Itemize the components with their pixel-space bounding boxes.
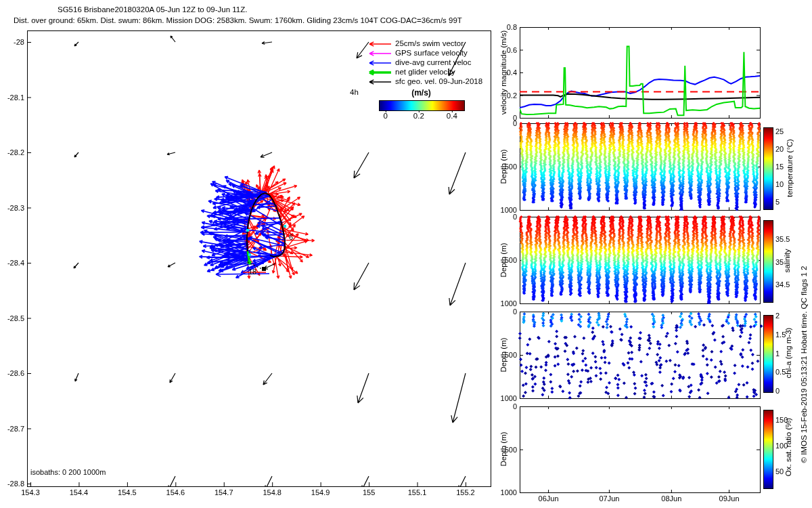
depth-tick-label: 1000 (494, 488, 517, 496)
map-x-tick-label: 154.3 (18, 488, 43, 496)
depth-tick-label: 500 (494, 163, 517, 171)
colorbar-tick-label: 2 (775, 312, 803, 320)
colorbar-tick-label: 20 (775, 145, 803, 153)
map-x-tick-label: 155.1 (405, 488, 430, 496)
map-y-tick-label: -28.1 (0, 93, 24, 102)
map-y-tick-label: -28.7 (0, 425, 24, 433)
legend-colorbar-tick-label: 0.2 (409, 112, 429, 120)
legend-item-2: GPS surface velocity (395, 49, 468, 57)
map-y-tick-label: -28.2 (0, 148, 24, 156)
depth-tick-label: 500 (494, 446, 517, 454)
depth-tick-label: 0 (494, 119, 517, 127)
legend-time-scale-label: 4h (350, 88, 359, 96)
plot-canvas (0, 0, 812, 508)
depth-tick-label: 1000 (494, 394, 517, 402)
depth-tick-label: 500 (494, 256, 517, 264)
depth-tick-label: 500 (494, 351, 517, 359)
legend-colorbar-title: (m/s) (379, 88, 464, 98)
velocity-y-tick-label: 0.2 (498, 91, 517, 100)
legend-item-1: 25cm/s swim vector (395, 39, 464, 47)
map-x-tick-label: 154.6 (163, 488, 187, 496)
chl-colorbar (763, 315, 773, 393)
legend-colorbar-tick-label: 0.4 (442, 112, 462, 120)
figure-title: SG516 Brisbane20180320A 05-Jun 12Z to 09… (58, 5, 247, 14)
colorbar-tick-label: 0.5 (775, 368, 803, 376)
map-x-tick-label: 154.5 (115, 488, 139, 496)
map-x-tick-label: 154.7 (212, 488, 236, 496)
legend-item-4: net glider velocity (395, 68, 455, 76)
velocity-y-tick-label: 0.8 (498, 23, 517, 31)
figure-root: SG516 Brisbane20180320A 05-Jun 12Z to 09… (0, 0, 812, 508)
velocity-y-tick-label: 0.6 (498, 46, 517, 54)
swim-speed-colorbar (379, 100, 465, 111)
colorbar-tick-label: 10 (775, 180, 803, 188)
map-y-tick-label: -28.5 (0, 314, 24, 322)
legend-item-3: dive-avg current veloc (395, 58, 472, 66)
map-dive-number-label: 6 (289, 233, 293, 241)
isobaths-label: isobaths: 0 200 1000m (30, 468, 106, 476)
map-dive-number-label: 18 (248, 268, 256, 276)
depth-tick-label: 0 (494, 213, 517, 221)
map-x-tick-label: 154.4 (66, 488, 91, 496)
legend-item-5: sfc geo. vel. 09-Jun-2018 (395, 77, 482, 85)
depth-tick-label: 1000 (494, 299, 517, 308)
map-y-tick-label: -28.8 (0, 480, 24, 488)
salinity-colorbar (763, 220, 773, 303)
colorbar-tick-label: 35.5 (775, 235, 803, 243)
velocity-y-tick-label: 0.4 (498, 68, 517, 77)
colorbar-tick-label: 15 (775, 163, 803, 171)
depth-tick-label: 0 (494, 308, 517, 316)
map-x-tick-label: 155.2 (453, 488, 478, 496)
colorbar-tick-label: 0 (775, 387, 803, 395)
temperature-colorbar (763, 127, 773, 210)
map-y-tick-label: -28.4 (0, 259, 24, 267)
map-x-tick-label: 154.8 (260, 488, 284, 496)
map-y-tick-label: -28 (0, 38, 24, 46)
colorbar-tick-label: 1.5 (775, 331, 803, 339)
date-tick-label: 08Jun (654, 494, 688, 503)
map-y-tick-label: -28.6 (0, 369, 24, 377)
map-y-tick-label: -28.3 (0, 204, 24, 212)
colorbar-tick-label: 50 (775, 467, 803, 475)
colorbar-tick-label: 150 (775, 416, 803, 424)
map-x-tick-label: 154.9 (309, 488, 333, 496)
colorbar-tick-label: 5 (775, 198, 803, 206)
colorbar-tick-label: 25 (775, 127, 803, 135)
date-tick-label: 07Jun (592, 494, 626, 503)
colorbar-tick-label: 100 (775, 442, 803, 450)
colorbar-tick-label: 35 (775, 258, 803, 266)
figure-subtitle: Dist. over ground: 65km. Dist. swum: 86k… (14, 16, 462, 24)
ox-colorbar (763, 410, 773, 489)
map-x-tick-label: 155 (357, 488, 381, 496)
colorbar-tick-label: 1 (775, 350, 803, 358)
depth-tick-label: 0 (494, 402, 517, 410)
imos-caption: © IMOS 15-Feb-2019 05:13:21 Hobart time.… (800, 266, 808, 463)
date-tick-label: 09Jun (713, 494, 746, 503)
date-tick-label: 06Jun (532, 494, 566, 503)
legend-colorbar-tick-label: 0 (376, 112, 396, 120)
colorbar-tick-label: 34.5 (775, 280, 803, 289)
